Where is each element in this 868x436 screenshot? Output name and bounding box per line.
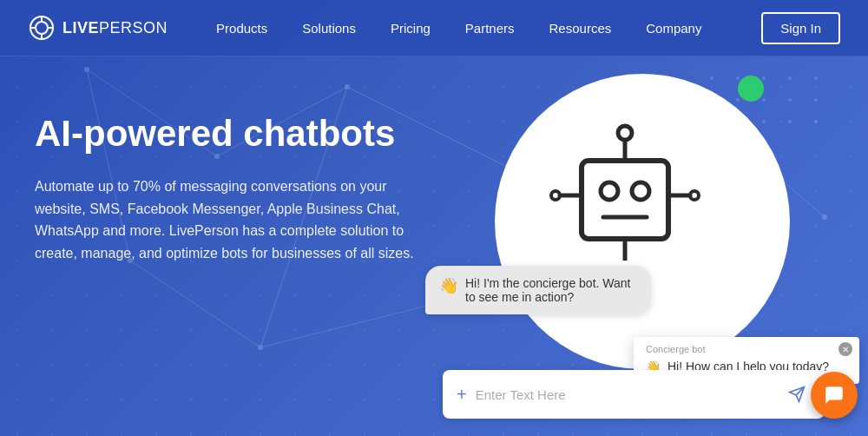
hero-title: AI-powered chatbots (35, 113, 417, 155)
svg-point-44 (632, 182, 649, 200)
robot-section: 👋 Hi! I'm the concierge bot. Want to see… (417, 56, 868, 436)
svg-line-5 (130, 261, 260, 347)
chat-input-placeholder[interactable]: Enter Text Here (476, 387, 774, 402)
svg-point-12 (345, 84, 350, 89)
chat-input-row: + Enter Text Here (443, 370, 825, 419)
hero-content: AI-powered chatbots Automate up to 70% o… (35, 113, 417, 265)
chat-bubble-icon (823, 384, 845, 406)
navbar: LIVEPERSON Products Solutions Pricing Pa… (0, 0, 868, 56)
nav-solutions[interactable]: Solutions (288, 14, 370, 43)
liveperson-logo-icon (28, 14, 56, 42)
hero-section: LIVEPERSON Products Solutions Pricing Pa… (0, 0, 868, 436)
add-attachment-icon[interactable]: + (457, 385, 467, 405)
robot-illustration (547, 117, 703, 291)
svg-point-17 (258, 345, 263, 350)
chat-bubble-bot: 👋 Hi! I'm the concierge bot. Want to see… (425, 266, 651, 314)
logo[interactable]: LIVEPERSON (28, 14, 168, 42)
hero-description: Automate up to 70% of messaging conversa… (35, 175, 417, 264)
svg-point-37 (36, 22, 48, 34)
nav-resources[interactable]: Resources (536, 14, 626, 43)
svg-point-43 (601, 182, 618, 200)
nav-partners[interactable]: Partners (451, 14, 529, 43)
send-button[interactable] (783, 380, 811, 408)
wave-emoji-1: 👋 (439, 276, 458, 295)
online-indicator (738, 76, 764, 102)
signin-button[interactable]: Sign In (761, 12, 840, 44)
close-chat-button[interactable]: ✕ (838, 342, 852, 356)
chat-fab-button[interactable] (811, 372, 858, 419)
nav-company[interactable]: Company (632, 14, 715, 43)
nav-links: Products Solutions Pricing Partners Reso… (202, 14, 761, 43)
svg-point-10 (84, 67, 89, 72)
concierge-label: Concierge bot (646, 344, 847, 354)
logo-text: LIVEPERSON (62, 19, 168, 37)
nav-pricing[interactable]: Pricing (377, 14, 444, 43)
svg-rect-42 (582, 161, 668, 239)
nav-products[interactable]: Products (202, 14, 281, 43)
svg-point-49 (551, 191, 560, 200)
chat-bubble-text-1: Hi! I'm the concierge bot. Want to see m… (465, 276, 637, 304)
svg-line-6 (260, 304, 434, 347)
svg-point-47 (618, 126, 632, 140)
svg-point-51 (690, 191, 699, 200)
